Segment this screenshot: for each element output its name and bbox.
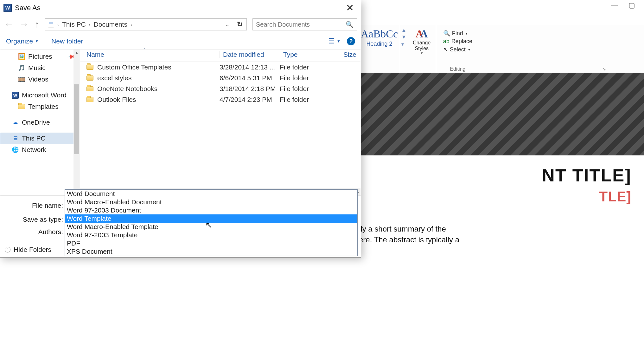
crumb-sep-icon[interactable]: › [89, 22, 91, 27]
new-folder-button[interactable]: New folder [51, 37, 83, 45]
word-app-icon: W [12, 92, 19, 98]
file-date: 6/6/2014 5:31 PM [220, 74, 280, 82]
titlebar: W Save As ✕ [0, 0, 361, 16]
refresh-button[interactable]: ↻ [234, 20, 245, 29]
col-date[interactable]: Date modified [220, 51, 280, 58]
style-sample: AaBbCc [361, 28, 398, 40]
styles-launcher-icon[interactable]: ↘ [603, 67, 606, 71]
sidebar-item-templates[interactable]: Templates [0, 101, 80, 112]
bg-minimize-icon[interactable]: — [611, 1, 618, 10]
sidebar-item-pictures[interactable]: 🖼️Pictures📌 [0, 51, 80, 62]
crumb-sep-icon[interactable]: › [57, 22, 59, 27]
this-pc-icon: 🖥 [12, 135, 19, 141]
address-bar[interactable]: › This PC › Documents › ⌄ ↻ [45, 18, 247, 30]
change-styles-button[interactable]: A A Change Styles ▼ [408, 25, 436, 73]
col-type[interactable]: Type [280, 51, 340, 58]
sidebar-item-label: Videos [28, 75, 48, 83]
crumb-sep-icon[interactable]: › [131, 22, 132, 27]
location-icon [48, 21, 54, 28]
table-row[interactable]: OneNote Notebooks3/18/2014 2:18 PMFile f… [80, 83, 361, 94]
type-option[interactable]: Word Macro-Enabled Document [65, 198, 357, 206]
view-list-icon: ☰ [328, 37, 335, 45]
file-type: File folder [280, 74, 340, 82]
sidebar-item-network[interactable]: 🌐Network [0, 144, 80, 155]
folder-icon [18, 103, 25, 110]
dialog-title: Save As [15, 4, 41, 12]
table-row[interactable]: excel styles6/6/2014 5:31 PMFile folder [80, 73, 361, 83]
folder-icon [86, 86, 93, 91]
type-option[interactable]: Word Template [65, 214, 357, 223]
col-name[interactable]: Name [86, 51, 220, 58]
scroll-thumb[interactable] [74, 84, 79, 154]
word-ribbon: AaBbCc Heading 2 ▲ ▼ ▾ A A Change Styles… [359, 25, 644, 73]
forward-button[interactable]: → [19, 20, 29, 29]
search-icon[interactable]: 🔍 [346, 21, 354, 28]
select-button[interactable]: ↖Select▼ [443, 46, 472, 53]
document-title-fragment: NT TITLE] [359, 155, 644, 189]
sidebar-item-microsoft-word[interactable]: WMicrosoft Word [0, 89, 80, 101]
sidebar-item-label: This PC [22, 134, 46, 142]
sidebar-scrollbar[interactable]: ▲ ▼ [73, 49, 80, 195]
back-button[interactable]: ← [4, 20, 14, 29]
editing-group: 🔍Find▼ abReplace ↖Select▼ Editing [436, 25, 479, 73]
sidebar-item-onedrive[interactable]: ☁OneDrive [0, 117, 80, 128]
replace-icon: ab [443, 38, 450, 45]
save-as-dialog: W Save As ✕ ← → ↑ › This PC › Documents … [0, 0, 361, 258]
file-date: 4/7/2014 2:23 PM [220, 96, 280, 103]
replace-button[interactable]: abReplace [443, 38, 472, 45]
gallery-up-icon[interactable]: ▲ [401, 27, 406, 33]
table-row[interactable]: Outlook Files4/7/2014 2:23 PMFile folder [80, 94, 361, 105]
view-mode-button[interactable]: ☰▼ [328, 37, 341, 45]
sidebar-item-label: Music [28, 64, 46, 72]
type-option[interactable]: Word 97-2003 Document [65, 206, 357, 214]
find-button[interactable]: 🔍Find▼ [443, 30, 472, 37]
bg-maximize-icon[interactable]: ▢ [628, 1, 635, 10]
type-option[interactable]: Word Macro-Enabled Template [65, 223, 357, 231]
scroll-up-icon[interactable]: ▲ [73, 49, 80, 56]
search-box[interactable]: 🔍 [252, 18, 357, 30]
type-option[interactable]: PDF [65, 239, 357, 247]
bg-window-controls: — ▢ [611, 1, 644, 10]
col-size[interactable]: Size [340, 51, 362, 58]
column-headers[interactable]: ˄ Name Date modified Type Size [80, 49, 361, 62]
close-button[interactable]: ✕ [342, 3, 358, 13]
explorer-body: 🖼️Pictures📌🎵Music🎞️VideosWMicrosoft Word… [0, 49, 361, 195]
crumb-this-pc[interactable]: This PC [62, 21, 86, 28]
hide-folders-button[interactable]: Hide Folders [14, 246, 51, 253]
music-icon: 🎵 [18, 65, 25, 71]
search-input[interactable] [256, 21, 342, 28]
save-type-dropdown[interactable]: Word DocumentWord Macro-Enabled Document… [65, 189, 358, 256]
file-type: File folder [280, 85, 340, 93]
type-option[interactable]: Word 97-2003 Template [65, 231, 357, 239]
gallery-more-icon[interactable]: ▾ [401, 41, 406, 47]
up-button[interactable]: ↑ [35, 20, 39, 29]
change-styles-icon: A A [416, 28, 428, 40]
type-option[interactable]: Word Document [65, 190, 357, 198]
file-list: ˄ Name Date modified Type Size Custom Of… [80, 49, 361, 195]
sidebar-item-music[interactable]: 🎵Music [0, 62, 80, 74]
document-body-fragment: lly a short summary of the ere. The abst… [359, 205, 644, 245]
caret-down-icon: ▼ [35, 39, 39, 43]
folder-icon [86, 97, 93, 102]
organize-button[interactable]: Organize▼ [6, 37, 39, 45]
network-icon: 🌐 [12, 147, 19, 153]
caret-down-icon: ▼ [337, 39, 341, 43]
help-button[interactable]: ? [347, 37, 355, 45]
collapse-icon[interactable]: ˄ [5, 247, 10, 252]
type-option[interactable]: XPS Document [65, 247, 357, 256]
crumb-documents[interactable]: Documents [94, 21, 127, 28]
style-name: Heading 2 [366, 41, 392, 47]
file-type: File folder [280, 96, 340, 103]
table-row[interactable]: Custom Office Templates3/28/2014 12:13 …… [80, 62, 361, 73]
sidebar-item-this-pc[interactable]: 🖥This PC [0, 133, 80, 144]
select-arrow-icon: ↖ [443, 46, 448, 53]
gallery-down-icon[interactable]: ▼ [401, 34, 406, 40]
file-name-label: File name: [13, 202, 63, 209]
word-document: NT TITLE] TLE] lly a short summary of th… [359, 73, 644, 245]
word-app-icon: W [3, 4, 12, 12]
address-history-dropdown[interactable]: ⌄ [223, 22, 231, 28]
sidebar-item-videos[interactable]: 🎞️Videos [0, 74, 80, 85]
nav-sidebar: 🖼️Pictures📌🎵Music🎞️VideosWMicrosoft Word… [0, 49, 80, 195]
styles-group[interactable]: AaBbCc Heading 2 [359, 25, 400, 73]
styles-gallery-scroll[interactable]: ▲ ▼ ▾ [400, 25, 408, 49]
